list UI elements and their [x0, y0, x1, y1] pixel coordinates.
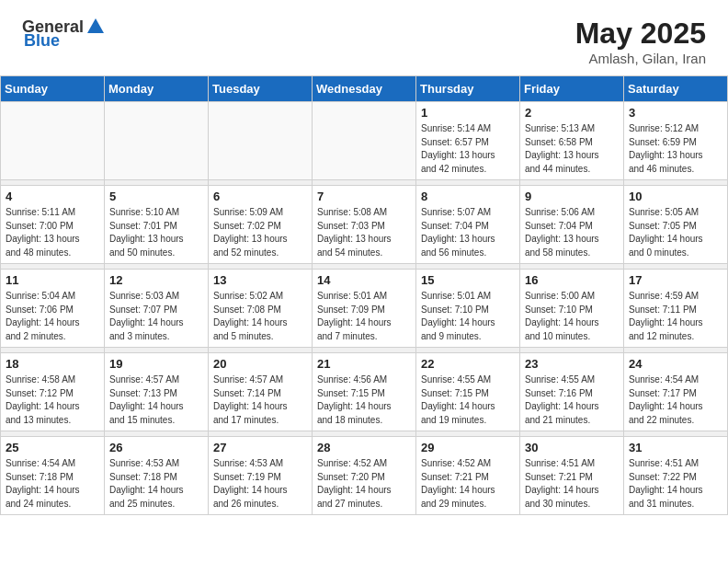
calendar-cell: 28Sunrise: 4:52 AM Sunset: 7:20 PM Dayli…: [313, 437, 416, 515]
day-number: 21: [317, 357, 411, 371]
day-info: Sunrise: 5:01 AM Sunset: 7:10 PM Dayligh…: [421, 290, 515, 343]
calendar-table: SundayMondayTuesdayWednesdayThursdayFrid…: [0, 75, 728, 515]
calendar-cell: 19Sunrise: 4:57 AM Sunset: 7:13 PM Dayli…: [105, 353, 209, 431]
calendar-cell: 17Sunrise: 4:59 AM Sunset: 7:11 PM Dayli…: [624, 270, 728, 348]
day-info: Sunrise: 4:55 AM Sunset: 7:16 PM Dayligh…: [525, 373, 619, 427]
day-number: 3: [629, 106, 722, 120]
day-info: Sunrise: 5:01 AM Sunset: 7:09 PM Dayligh…: [317, 290, 411, 343]
day-number: 19: [109, 357, 203, 371]
svg-marker-0: [87, 18, 104, 33]
day-info: Sunrise: 4:51 AM Sunset: 7:22 PM Dayligh…: [629, 457, 722, 511]
calendar-cell: [209, 102, 313, 180]
day-number: 11: [6, 273, 99, 287]
calendar-cell: 1Sunrise: 5:14 AM Sunset: 6:57 PM Daylig…: [416, 102, 520, 180]
day-number: 30: [525, 441, 619, 454]
day-number: 2: [525, 106, 619, 120]
calendar-cell: 3Sunrise: 5:12 AM Sunset: 6:59 PM Daylig…: [624, 102, 728, 180]
calendar-cell: 13Sunrise: 5:02 AM Sunset: 7:08 PM Dayli…: [209, 270, 313, 348]
day-info: Sunrise: 5:00 AM Sunset: 7:10 PM Dayligh…: [525, 290, 619, 343]
calendar-cell: 21Sunrise: 4:56 AM Sunset: 7:15 PM Dayli…: [313, 353, 416, 431]
day-info: Sunrise: 5:12 AM Sunset: 6:59 PM Dayligh…: [629, 122, 722, 176]
calendar-week-row: 18Sunrise: 4:58 AM Sunset: 7:12 PM Dayli…: [1, 353, 728, 431]
day-info: Sunrise: 5:02 AM Sunset: 7:08 PM Dayligh…: [213, 290, 307, 343]
day-number: 4: [6, 190, 99, 203]
calendar-cell: 15Sunrise: 5:01 AM Sunset: 7:10 PM Dayli…: [416, 270, 520, 348]
weekday-header: Wednesday: [313, 76, 416, 102]
day-number: 18: [6, 357, 99, 371]
day-info: Sunrise: 4:52 AM Sunset: 7:20 PM Dayligh…: [317, 457, 411, 511]
logo-blue-text: Blue: [24, 31, 60, 51]
calendar-cell: 14Sunrise: 5:01 AM Sunset: 7:09 PM Dayli…: [313, 270, 416, 348]
calendar-cell: 6Sunrise: 5:09 AM Sunset: 7:02 PM Daylig…: [209, 186, 313, 264]
day-number: 16: [525, 273, 619, 287]
day-info: Sunrise: 5:10 AM Sunset: 7:01 PM Dayligh…: [109, 206, 203, 259]
calendar-cell: 27Sunrise: 4:53 AM Sunset: 7:19 PM Dayli…: [209, 437, 313, 515]
day-info: Sunrise: 5:05 AM Sunset: 7:05 PM Dayligh…: [629, 206, 722, 259]
weekday-header: Friday: [520, 76, 624, 102]
calendar-cell: 8Sunrise: 5:07 AM Sunset: 7:04 PM Daylig…: [416, 186, 520, 264]
day-info: Sunrise: 4:53 AM Sunset: 7:19 PM Dayligh…: [213, 457, 307, 511]
calendar-cell: 30Sunrise: 4:51 AM Sunset: 7:21 PM Dayli…: [520, 437, 624, 515]
day-number: 22: [421, 357, 515, 371]
calendar-cell: [313, 102, 416, 180]
calendar-header-row: SundayMondayTuesdayWednesdayThursdayFrid…: [1, 76, 728, 102]
day-number: 9: [525, 190, 619, 203]
day-number: 25: [6, 441, 99, 454]
calendar-cell: 26Sunrise: 4:53 AM Sunset: 7:18 PM Dayli…: [105, 437, 209, 515]
day-number: 27: [213, 441, 307, 454]
day-info: Sunrise: 4:53 AM Sunset: 7:18 PM Dayligh…: [109, 457, 203, 511]
calendar-cell: 29Sunrise: 4:52 AM Sunset: 7:21 PM Dayli…: [416, 437, 520, 515]
day-number: 23: [525, 357, 619, 371]
calendar-cell: 23Sunrise: 4:55 AM Sunset: 7:16 PM Dayli…: [520, 353, 624, 431]
weekday-header: Sunday: [1, 76, 105, 102]
calendar-cell: 11Sunrise: 5:04 AM Sunset: 7:06 PM Dayli…: [1, 270, 105, 348]
day-info: Sunrise: 5:03 AM Sunset: 7:07 PM Dayligh…: [109, 290, 203, 343]
day-info: Sunrise: 4:52 AM Sunset: 7:21 PM Dayligh…: [421, 457, 515, 511]
calendar-cell: 25Sunrise: 4:54 AM Sunset: 7:18 PM Dayli…: [1, 437, 105, 515]
calendar-cell: 16Sunrise: 5:00 AM Sunset: 7:10 PM Dayli…: [520, 270, 624, 348]
day-number: 24: [629, 357, 722, 371]
calendar-week-row: 4Sunrise: 5:11 AM Sunset: 7:00 PM Daylig…: [1, 186, 728, 264]
calendar-week-row: 25Sunrise: 4:54 AM Sunset: 7:18 PM Dayli…: [1, 437, 728, 515]
day-info: Sunrise: 4:55 AM Sunset: 7:15 PM Dayligh…: [421, 373, 515, 427]
day-info: Sunrise: 5:14 AM Sunset: 6:57 PM Dayligh…: [421, 122, 515, 176]
day-info: Sunrise: 5:08 AM Sunset: 7:03 PM Dayligh…: [317, 206, 411, 259]
title-block: May 2025 Amlash, Gilan, Iran: [575, 17, 706, 66]
day-number: 1: [421, 106, 515, 120]
calendar-week-row: 1Sunrise: 5:14 AM Sunset: 6:57 PM Daylig…: [1, 102, 728, 180]
day-number: 29: [421, 441, 515, 454]
day-number: 17: [629, 273, 722, 287]
day-info: Sunrise: 4:59 AM Sunset: 7:11 PM Dayligh…: [629, 290, 722, 343]
calendar-cell: 5Sunrise: 5:10 AM Sunset: 7:01 PM Daylig…: [105, 186, 209, 264]
day-number: 6: [213, 190, 307, 203]
day-number: 8: [421, 190, 515, 203]
day-info: Sunrise: 5:04 AM Sunset: 7:06 PM Dayligh…: [6, 290, 99, 343]
calendar-cell: 2Sunrise: 5:13 AM Sunset: 6:58 PM Daylig…: [520, 102, 624, 180]
day-number: 10: [629, 190, 722, 203]
day-number: 20: [213, 357, 307, 371]
calendar-cell: 18Sunrise: 4:58 AM Sunset: 7:12 PM Dayli…: [1, 353, 105, 431]
day-info: Sunrise: 4:58 AM Sunset: 7:12 PM Dayligh…: [6, 373, 99, 427]
logo: General Blue: [22, 17, 108, 51]
day-number: 31: [629, 441, 722, 454]
day-info: Sunrise: 5:06 AM Sunset: 7:04 PM Dayligh…: [525, 206, 619, 259]
weekday-header: Tuesday: [209, 76, 313, 102]
day-info: Sunrise: 5:13 AM Sunset: 6:58 PM Dayligh…: [525, 122, 619, 176]
calendar-cell: [105, 102, 209, 180]
day-number: 26: [109, 441, 203, 454]
calendar-cell: 12Sunrise: 5:03 AM Sunset: 7:07 PM Dayli…: [105, 270, 209, 348]
location: Amlash, Gilan, Iran: [575, 51, 706, 66]
calendar-cell: 7Sunrise: 5:08 AM Sunset: 7:03 PM Daylig…: [313, 186, 416, 264]
day-info: Sunrise: 5:07 AM Sunset: 7:04 PM Dayligh…: [421, 206, 515, 259]
calendar-cell: [1, 102, 105, 180]
weekday-header: Thursday: [416, 76, 520, 102]
day-info: Sunrise: 4:57 AM Sunset: 7:13 PM Dayligh…: [109, 373, 203, 427]
day-info: Sunrise: 4:51 AM Sunset: 7:21 PM Dayligh…: [525, 457, 619, 511]
day-info: Sunrise: 4:57 AM Sunset: 7:14 PM Dayligh…: [213, 373, 307, 427]
logo-icon: [85, 17, 106, 37]
weekday-header: Monday: [105, 76, 209, 102]
calendar-cell: 22Sunrise: 4:55 AM Sunset: 7:15 PM Dayli…: [416, 353, 520, 431]
day-info: Sunrise: 4:54 AM Sunset: 7:17 PM Dayligh…: [629, 373, 722, 427]
calendar-cell: 24Sunrise: 4:54 AM Sunset: 7:17 PM Dayli…: [624, 353, 728, 431]
day-number: 14: [317, 273, 411, 287]
